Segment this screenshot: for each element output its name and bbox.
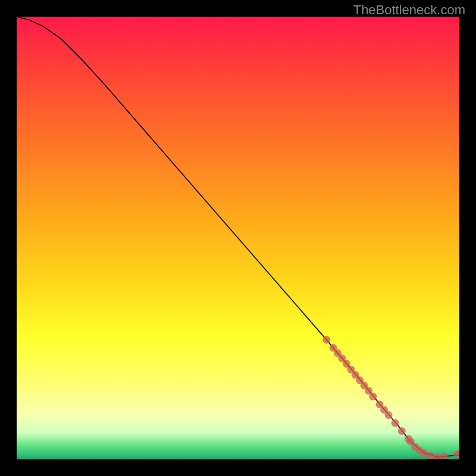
chart-background [17,17,459,459]
watermark-text: TheBottleneck.com [353,2,465,18]
